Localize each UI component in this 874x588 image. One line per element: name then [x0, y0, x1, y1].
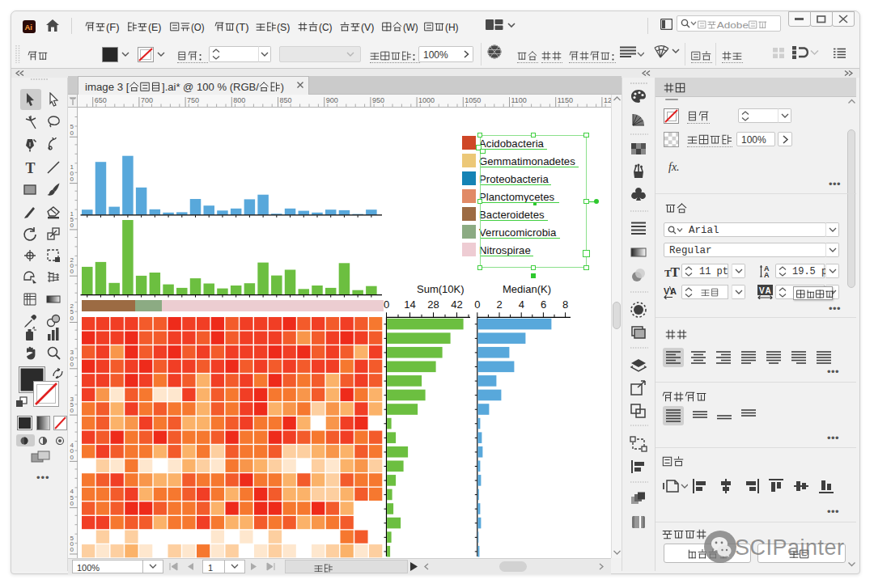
svg-text:(V): (V) [361, 22, 375, 33]
svg-text:0: 0 [70, 454, 74, 461]
svg-text:0: 0 [70, 176, 74, 183]
svg-text:Adobe: Adobe [717, 20, 749, 30]
svg-text:V: V [664, 286, 670, 296]
svg-text:0: 0 [70, 315, 74, 322]
svg-text:1200: 1200 [604, 96, 611, 104]
svg-text:0: 0 [70, 222, 74, 229]
svg-text:950: 950 [372, 96, 384, 104]
svg-text:): ) [281, 82, 284, 93]
svg-text:800: 800 [233, 96, 245, 104]
svg-text:A: A [766, 286, 771, 295]
svg-text:(W): (W) [403, 22, 418, 33]
svg-text:0: 0 [70, 129, 74, 137]
svg-text:(S): (S) [277, 22, 291, 33]
svg-text:1100: 1100 [511, 96, 527, 104]
svg-text:0: 0 [70, 407, 74, 414]
svg-text:900: 900 [326, 96, 338, 104]
svg-text:0: 0 [70, 500, 74, 507]
svg-text:700: 700 [141, 96, 153, 104]
svg-text:(C): (C) [319, 22, 333, 33]
svg-text:850: 850 [280, 96, 292, 104]
svg-text:T: T [25, 160, 35, 176]
svg-text:(E): (E) [148, 22, 162, 33]
svg-text:(F): (F) [106, 22, 120, 33]
svg-text:1000: 1000 [418, 96, 435, 104]
svg-text:1050: 1050 [465, 96, 481, 104]
svg-text:V: V [759, 286, 765, 295]
svg-text:A: A [764, 271, 770, 278]
svg-text:T: T [671, 265, 681, 277]
svg-text:750: 750 [187, 96, 199, 104]
svg-text:(O): (O) [191, 22, 205, 33]
svg-text:1150: 1150 [558, 96, 573, 104]
svg-text:(T): (T) [235, 22, 249, 33]
svg-text:image 3 [: image 3 [ [85, 82, 129, 93]
svg-text:].ai* @ 100 % (RGB/: ].ai* @ 100 % (RGB/ [162, 82, 259, 93]
svg-text:0: 0 [70, 546, 74, 553]
svg-text:650: 650 [95, 96, 107, 104]
svg-text:0: 0 [70, 268, 74, 275]
svg-text:(H): (H) [445, 22, 459, 33]
svg-text:0: 0 [70, 361, 74, 368]
